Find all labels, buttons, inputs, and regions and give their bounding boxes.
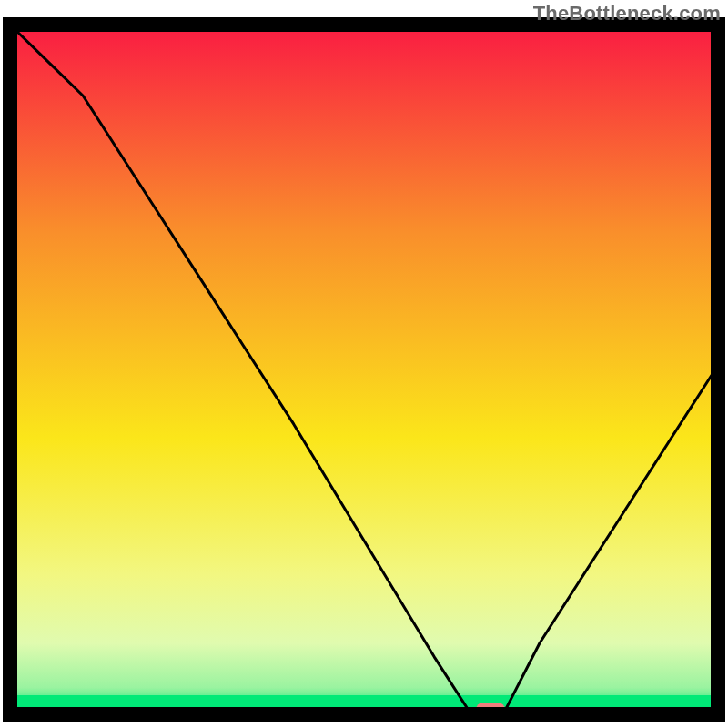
bottleneck-chart	[0, 0, 728, 728]
chart-container: TheBottleneck.com	[0, 0, 728, 728]
chart-background	[13, 27, 715, 712]
watermark-text: TheBottleneck.com	[533, 2, 721, 25]
